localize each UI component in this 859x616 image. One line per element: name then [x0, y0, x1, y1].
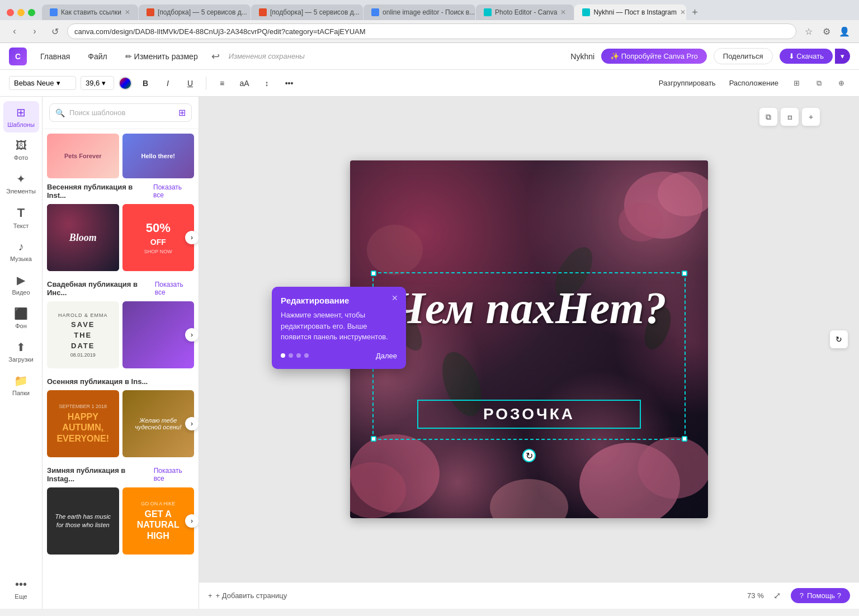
menu-resize[interactable]: ✏ Изменить размер	[121, 50, 202, 63]
arrange-btn[interactable]: Расположение	[725, 77, 783, 89]
music-icon: ♪	[18, 240, 24, 253]
sidebar-item-photos[interactable]: 🖼 Фото	[3, 135, 39, 165]
canva-app: C Главная Файл ✏ Изменить размер ↩ Измен…	[0, 43, 859, 609]
svg-point-6	[638, 437, 708, 499]
menu-home[interactable]: Главная	[36, 50, 74, 63]
menu-file[interactable]: Файл	[83, 50, 111, 63]
section-winter-show-all[interactable]: Показать все	[154, 467, 194, 482]
text-case-btn[interactable]: aA	[235, 74, 253, 92]
search-box[interactable]: 🔍 ⊞	[49, 103, 192, 122]
font-family-select[interactable]: Bebas Neue ▾	[9, 76, 76, 90]
browser-tab-2[interactable]: [подборка] — 5 сервисов д... ✕	[139, 4, 251, 20]
sidebar-item-folders[interactable]: 📁 Папки	[3, 369, 39, 401]
minimize-window-btn[interactable]	[17, 9, 25, 16]
zoom-level[interactable]: 73 %	[747, 591, 764, 600]
bookmark-btn[interactable]: ☆	[801, 23, 816, 39]
template-card-wedding-1[interactable]: HAROLD & EMMA SAVE THE DATE 08.01.2019	[47, 301, 119, 368]
tooltip-dot-4	[304, 353, 309, 358]
winter-nav-btn[interactable]: ›	[185, 514, 199, 528]
duplicate-page-btn[interactable]: ⧈	[781, 108, 799, 126]
try-pro-btn[interactable]: ✨ Попробуйте Canva Pro	[601, 49, 707, 64]
template-card-winter-1[interactable]: The earth has music for those who listen	[47, 487, 119, 555]
add-page-icon: +	[208, 591, 213, 600]
extensions-btn[interactable]: ⚙	[819, 23, 834, 39]
templates-label: Шаблоны	[7, 121, 35, 128]
download-arrow-btn[interactable]: ▾	[835, 49, 850, 64]
sidebar-item-more[interactable]: ••• Еще	[3, 574, 39, 604]
add-page-btn-top[interactable]: +	[802, 108, 820, 126]
more-icon: •••	[15, 578, 27, 591]
share-btn[interactable]: Поделиться	[714, 48, 773, 64]
bold-btn[interactable]: B	[136, 74, 154, 92]
add-page-btn[interactable]: + + Добавить страницу	[208, 591, 287, 600]
template-card-autumn-2[interactable]: Желаю тебе чудесной осени!	[122, 390, 195, 457]
ungroup-btn[interactable]: Разгруппировать	[654, 77, 720, 89]
wedding-nav-btn[interactable]: ›	[185, 328, 199, 342]
autumn-nav-btn[interactable]: ›	[185, 417, 199, 430]
close-window-btn[interactable]	[7, 9, 14, 16]
tab-close-6[interactable]: ✕	[680, 8, 686, 16]
browser-tab-3[interactable]: [подборка] — 5 сервисов д... ✕	[251, 4, 363, 20]
more-options-btn[interactable]: •••	[280, 74, 298, 92]
template-card-top-1[interactable]: Pets Forever	[47, 134, 119, 178]
address-bar[interactable]: canva.com/design/DAD8-lItMVk/DE4-88CnUj3…	[67, 23, 796, 39]
account-btn[interactable]: 👤	[837, 23, 852, 39]
tab-favicon-6	[582, 8, 590, 16]
align-btn[interactable]: ≡	[213, 74, 231, 92]
sidebar-item-templates[interactable]: ⊞ Шаблоны	[3, 101, 39, 132]
font-size-select[interactable]: 39,6 ▾	[81, 76, 114, 90]
help-btn[interactable]: ? Помощь ?	[791, 588, 850, 603]
template-card-wedding-2[interactable]	[122, 301, 195, 368]
section-wedding-show-all[interactable]: Показать все	[155, 281, 194, 296]
canvas-main-text[interactable]: Чем пахНет?	[378, 283, 680, 333]
reload-btn[interactable]: ↺	[47, 23, 63, 39]
sidebar-item-background[interactable]: ⬛ Фон	[3, 302, 39, 334]
sidebar-item-music[interactable]: ♪ Музыка	[3, 236, 39, 267]
tooltip-next-btn[interactable]: Далее	[376, 352, 397, 360]
text-color-btn[interactable]	[119, 77, 132, 90]
spacing-btn[interactable]: ↕	[258, 74, 276, 92]
template-card-top-2[interactable]: Hello there!	[122, 134, 195, 178]
app-logo: C	[9, 48, 27, 65]
tab-close-5[interactable]: ✕	[560, 8, 566, 16]
sidebar-item-text[interactable]: T Текст	[3, 201, 39, 234]
download-btn[interactable]: ⬇ Скачать	[780, 49, 833, 64]
tab-favicon-3	[259, 8, 267, 16]
template-card-spring-1[interactable]: Bloom	[47, 204, 119, 271]
copy-page-btn[interactable]: ⧉	[759, 108, 777, 126]
sidebar-item-uploads[interactable]: ⬆ Загрузки	[3, 336, 39, 367]
section-wedding: Свадебная публикация в Инс... Показать в…	[47, 280, 194, 368]
add-page-label: + Добавить страницу	[216, 591, 287, 600]
layers-icon-btn[interactable]: ⧉	[810, 74, 828, 92]
rotate-handle[interactable]: ↻	[522, 449, 536, 462]
new-tab-btn[interactable]: +	[687, 4, 702, 20]
template-card-spring-2[interactable]: 50% OFF SHOP NOW	[122, 204, 195, 271]
italic-btn[interactable]: I	[159, 74, 177, 92]
canvas-sub-text[interactable]: РОЗОЧКА	[417, 400, 641, 429]
tooltip-close-btn[interactable]: ✕	[389, 292, 400, 304]
browser-tab-1[interactable]: Как ставить ссылки ✕	[42, 4, 138, 20]
refresh-canvas-btn[interactable]: ↻	[830, 330, 848, 348]
spring-nav-btn[interactable]: ›	[185, 231, 199, 244]
template-card-winter-2[interactable]: GO ON A HIKE GET A NATURAL HIGH	[122, 487, 195, 555]
grid-icon-btn[interactable]: ⊞	[787, 74, 805, 92]
filter-icon[interactable]: ⊞	[178, 107, 186, 118]
section-spring-show-all[interactable]: Показать все	[153, 183, 194, 199]
more-toolbar-btn[interactable]: ⊕	[832, 74, 850, 92]
template-card-autumn-1[interactable]: SEPTEMBER 1 2018 HAPPY AUTUMN, EVERYONE!	[47, 390, 119, 457]
back-btn[interactable]: ‹	[7, 23, 22, 39]
canvas-top-actions: ⧉ ⧈ +	[759, 108, 820, 126]
underline-btn[interactable]: U	[181, 74, 199, 92]
fullscreen-btn[interactable]: ⤢	[771, 589, 784, 603]
search-input[interactable]	[69, 108, 174, 117]
sidebar-item-elements[interactable]: ✦ Элементы	[3, 168, 39, 199]
browser-tab-4[interactable]: online image editor - Поиск в... ✕	[364, 4, 475, 20]
font-size-dropdown-icon: ▾	[102, 79, 106, 87]
forward-btn[interactable]: ›	[27, 23, 43, 39]
maximize-window-btn[interactable]	[28, 9, 35, 16]
tab-close-1[interactable]: ✕	[125, 8, 130, 16]
undo-btn[interactable]: ↩	[211, 50, 220, 63]
browser-tab-5[interactable]: Photo Editor - Canva ✕	[476, 4, 574, 20]
browser-tab-6[interactable]: Nykhni — Пост в Instagram ✕	[574, 4, 686, 20]
sidebar-item-video[interactable]: ▶ Видео	[3, 269, 39, 300]
